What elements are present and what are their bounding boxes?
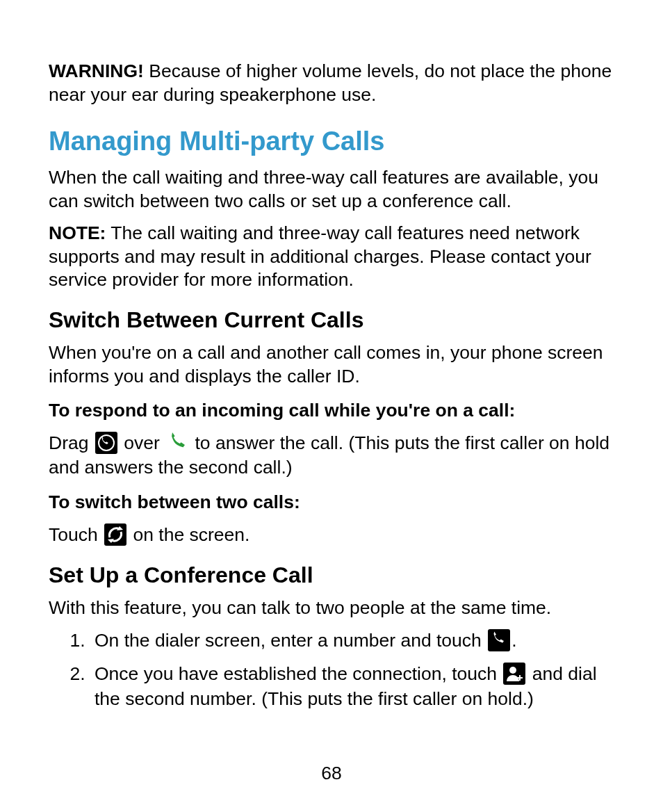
drag-instruction: Drag over to answer the call. (This puts… (49, 431, 614, 481)
touch-instruction: Touch on the screen. (49, 523, 614, 548)
warning-paragraph: WARNING! Because of higher volume levels… (49, 60, 614, 107)
conference-steps-list: On the dialer screen, enter a number and… (49, 628, 614, 711)
add-person-icon (503, 663, 525, 685)
touch-text-before: Touch (49, 524, 103, 545)
note-label: NOTE: (49, 222, 106, 243)
respond-subheading: To respond to an incoming call while you… (49, 398, 614, 422)
green-phone-icon (166, 432, 188, 454)
step1-text-after: . (511, 630, 516, 651)
swap-calls-icon (104, 523, 126, 546)
step2-text-before: Once you have established the connection… (95, 663, 502, 684)
heading-switch-calls: Switch Between Current Calls (49, 307, 614, 333)
heading-managing-multiparty: Managing Multi-party Calls (49, 127, 614, 156)
svg-point-7 (509, 667, 516, 674)
step1-text-before: On the dialer screen, enter a number and… (95, 630, 486, 651)
drag-text-before: Drag (49, 432, 94, 453)
note-paragraph: NOTE: The call waiting and three-way cal… (49, 222, 614, 293)
note-text: The call waiting and three-way call feat… (49, 222, 591, 291)
switch-subheading: To switch between two calls: (49, 490, 614, 514)
svg-rect-6 (503, 663, 525, 685)
drag-text-mid: over (124, 432, 165, 453)
svg-rect-2 (104, 523, 126, 546)
dial-phone-icon (488, 629, 510, 651)
document-page: WARNING! Because of higher volume levels… (0, 0, 663, 812)
switch-intro: When you're on a call and another call c… (49, 341, 614, 389)
intro-paragraph: When the call waiting and three-way call… (49, 166, 614, 213)
heading-conference-call: Set Up a Conference Call (49, 562, 614, 588)
svg-rect-9 (517, 677, 523, 679)
warning-label: WARNING! (49, 60, 144, 81)
step-2: Once you have established the connection… (90, 662, 614, 712)
conference-intro: With this feature, you can talk to two p… (49, 596, 614, 620)
step-1: On the dialer screen, enter a number and… (90, 628, 614, 653)
touch-text-after: on the screen. (133, 524, 249, 545)
page-number: 68 (0, 763, 663, 784)
ring-phone-icon (95, 432, 117, 454)
